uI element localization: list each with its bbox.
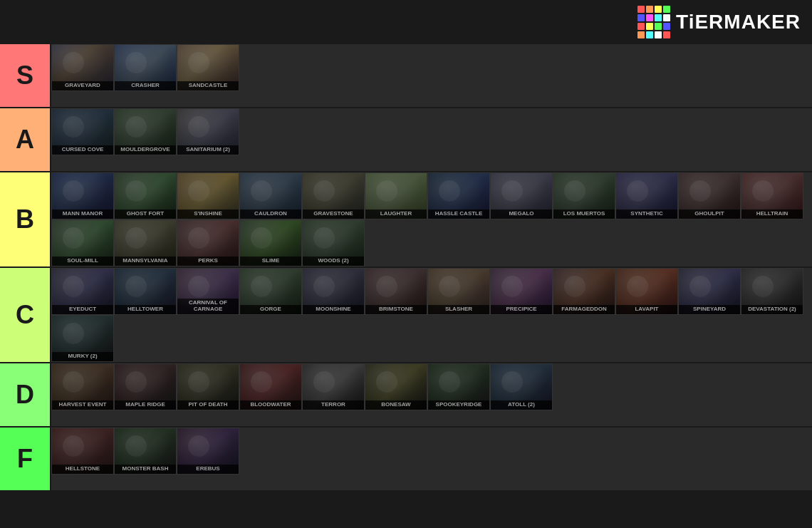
logo-cell-6 [655,14,662,21]
app-container: TiERMAKER SGRAVEYARDCRASHERSANDCASTLEACU… [0,0,812,492]
map-item[interactable]: HARVEST EVENT [51,363,114,410]
tier-row-f: FHELLSTONEMONSTER BASHEREBUS [0,428,812,492]
map-thumbnail [115,45,177,90]
map-item[interactable]: CRASHER [114,44,177,91]
map-item[interactable]: ATOLL (2) [490,363,553,410]
map-thumbnail [115,364,177,410]
map-item[interactable]: MANNSYLVANIA [114,219,177,266]
map-thumbnail [679,269,741,314]
map-item[interactable]: SOUL-MILL [51,219,114,266]
map-thumbnail [303,269,365,314]
map-thumbnail [741,173,803,219]
map-thumbnail [428,364,490,410]
map-item[interactable]: FARMAGEDDON [553,268,615,315]
map-item[interactable]: LAVAPIT [615,268,678,315]
map-item[interactable]: BONESAW [365,363,427,410]
map-item[interactable]: GORGE [239,268,302,315]
logo-cell-9 [646,23,653,30]
map-item[interactable]: SANITARIUM (2) [177,108,239,155]
map-thumbnail [52,173,114,219]
map-item[interactable]: LAUGHTER [365,172,427,219]
map-item[interactable]: PIT OF DEATH [177,363,239,410]
map-item[interactable]: EREBUS [177,428,239,475]
tier-label-c: C [0,268,50,362]
logo-cell-10 [655,23,662,30]
map-thumbnail [491,173,553,219]
map-item[interactable]: SLIME [239,219,302,266]
map-item[interactable]: GRAVEYARD [51,44,114,91]
map-item[interactable]: BLOODWATER [239,363,302,410]
map-thumbnail [741,269,803,314]
logo-cell-15 [663,31,670,38]
map-thumbnail [303,364,365,410]
map-item[interactable]: CAULDRON [239,172,302,219]
logo-cell-12 [637,31,645,38]
map-item[interactable]: DEVASTATION (2) [741,268,803,315]
logo-grid-icon [637,6,670,38]
map-thumbnail [177,220,239,266]
map-item[interactable]: SPOOKEYRIDGE [427,363,490,410]
map-item[interactable]: S'INSHINE [177,172,239,219]
logo-cell-4 [637,14,645,21]
map-thumbnail [303,220,365,266]
map-item[interactable]: EYEDUCT [51,268,114,315]
logo-cell-3 [663,6,670,13]
tier-content-f: HELLSTONEMONSTER BASHEREBUS [50,428,812,490]
map-item[interactable]: MEGALO [490,172,553,219]
map-item[interactable]: HELLTOWER [114,268,177,315]
map-thumbnail [240,269,302,314]
map-thumbnail [52,428,114,474]
map-item[interactable]: MANN MANOR [51,172,114,219]
logo-cell-1 [646,6,653,13]
map-item[interactable]: HELLSTONE [51,428,114,475]
logo-cell-11 [663,23,670,30]
map-item[interactable]: MURKY (2) [51,315,114,362]
map-item[interactable]: SLASHER [427,268,490,315]
map-thumbnail [115,269,177,314]
map-thumbnail [553,269,615,314]
map-item[interactable]: BRIMSTONE [365,268,427,315]
map-thumbnail [52,316,114,361]
map-item[interactable]: PERKS [177,219,239,266]
map-item[interactable]: GHOULPIT [678,172,741,219]
map-item[interactable]: GHOST FORT [114,172,177,219]
map-item[interactable]: GRAVESTONE [302,172,365,219]
map-item[interactable]: HELLTRAIN [741,172,803,219]
map-item[interactable]: WOODS (2) [302,219,365,266]
map-thumbnail [52,269,114,314]
logo-cell-13 [646,31,653,38]
map-thumbnail [177,173,239,219]
tier-content-s: GRAVEYARDCRASHERSANDCASTLE [50,44,812,107]
map-item[interactable]: MONSTER BASH [114,428,177,475]
map-item[interactable]: CURSED COVE [51,108,114,155]
map-item[interactable]: SYNTHETIC [615,172,678,219]
tier-row-c: CEYEDUCTHELLTOWERCARNIVAL OF CARNAGEGORG… [0,268,812,363]
header: TiERMAKER [0,0,812,44]
map-item[interactable]: HASSLE CASTLE [427,172,490,219]
map-thumbnail [303,173,365,219]
map-thumbnail [679,173,741,219]
map-thumbnail [616,269,678,314]
map-item[interactable]: MOONSHINE [302,268,365,315]
map-item[interactable]: PRECIPICE [490,268,553,315]
map-item[interactable]: SPINEYARD [678,268,741,315]
tier-content-b: MANN MANORGHOST FORTS'INSHINECAULDRONGRA… [50,172,812,266]
map-item[interactable]: MOULDERGROVE [114,108,177,155]
map-item[interactable]: CARNIVAL OF CARNAGE [177,268,239,315]
map-thumbnail [365,364,427,410]
map-thumbnail [365,173,427,219]
map-item[interactable]: MAPLE RIDGE [114,363,177,410]
tier-row-d: DHARVEST EVENTMAPLE RIDGEPIT OF DEATHBLO… [0,363,812,428]
logo-cell-0 [637,6,645,13]
map-thumbnail [115,173,177,219]
tier-row-s: SGRAVEYARDCRASHERSANDCASTLE [0,44,812,108]
logo-text: TiERMAKER [676,11,801,33]
map-item[interactable]: TERROR [302,363,365,410]
tier-label-d: D [0,363,50,426]
tier-label-f: F [0,428,50,490]
map-item[interactable]: LOS MUERTOS [553,172,615,219]
map-thumbnail [52,364,114,410]
tier-row-b: BMANN MANORGHOST FORTS'INSHINECAULDRONGR… [0,172,812,268]
map-thumbnail [177,269,239,314]
map-item[interactable]: SANDCASTLE [177,44,239,91]
